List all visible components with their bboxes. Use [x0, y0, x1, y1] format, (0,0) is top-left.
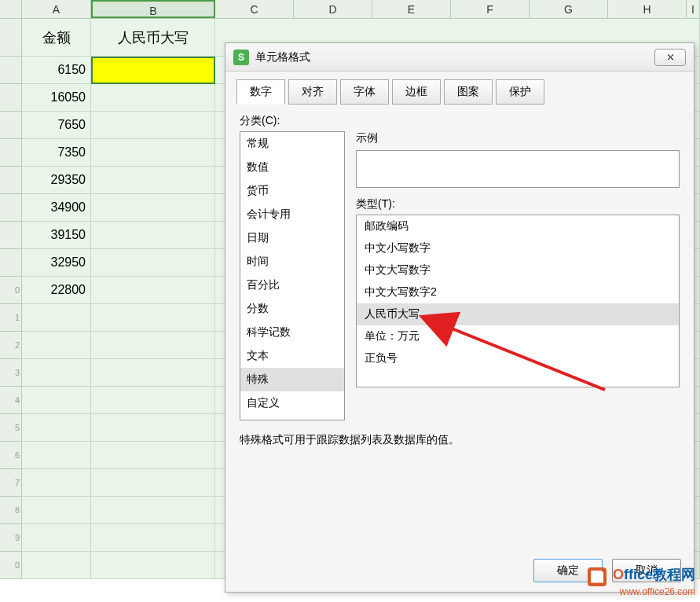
tab-protect[interactable]: 保护	[496, 79, 544, 105]
close-button[interactable]: ⤬	[654, 49, 686, 66]
type-item[interactable]: 中文大写数字	[357, 259, 679, 281]
example-label: 示例	[356, 131, 680, 145]
col-header-C[interactable]: C	[215, 0, 294, 18]
cell-B2-selected[interactable]	[91, 57, 215, 84]
type-item[interactable]: 中文大写数字2	[357, 281, 679, 303]
category-label: 分类(C):	[240, 114, 680, 128]
category-item[interactable]: 文本	[240, 344, 344, 368]
close-icon: ⤬	[666, 51, 675, 63]
dialog-titlebar[interactable]: S 单元格格式 ⤬	[225, 43, 694, 72]
category-item[interactable]: 日期	[240, 226, 344, 250]
type-label: 类型(T):	[356, 197, 680, 211]
category-item[interactable]: 科学记数	[240, 321, 344, 344]
category-item[interactable]: 数值	[240, 156, 344, 179]
category-item[interactable]: 时间	[240, 250, 344, 273]
category-item-special[interactable]: 特殊	[240, 368, 344, 391]
cell-B1[interactable]: 人民币大写	[91, 19, 215, 57]
col-header-B[interactable]: B	[91, 0, 215, 18]
tab-number[interactable]: 数字	[236, 79, 285, 105]
col-header-D[interactable]: D	[294, 0, 372, 18]
type-item[interactable]: 正负号	[357, 347, 679, 369]
format-description: 特殊格式可用于跟踪数据列表及数据库的值。	[240, 433, 680, 447]
col-header-I[interactable]: I	[687, 0, 700, 18]
tab-align[interactable]: 对齐	[288, 79, 337, 105]
category-item[interactable]: 百分比	[240, 273, 344, 297]
col-header-E[interactable]: E	[372, 0, 451, 18]
row-header[interactable]	[0, 57, 22, 84]
cell-A1[interactable]: 金额	[22, 19, 91, 57]
tab-font[interactable]: 字体	[340, 79, 389, 105]
cell-A2[interactable]: 6150	[22, 57, 91, 84]
watermark: Office教程网 www.office26.com	[588, 567, 695, 597]
col-header-A[interactable]: A	[22, 0, 91, 18]
example-box	[356, 150, 680, 188]
tab-border[interactable]: 边框	[392, 79, 441, 105]
type-item[interactable]: 单位：万元	[357, 325, 679, 347]
column-headers: A B C D E F G H I	[0, 0, 700, 19]
col-header-H[interactable]: H	[608, 0, 687, 18]
type-item[interactable]: 邮政编码	[357, 215, 679, 237]
app-icon: S	[233, 50, 249, 65]
dialog-body: 分类(C): 常规 数值 货币 会计专用 日期 时间 百分比 分数 科学记数 文…	[225, 105, 694, 453]
category-item[interactable]: 分数	[240, 297, 344, 321]
tab-pattern[interactable]: 图案	[444, 79, 493, 105]
col-header-G[interactable]: G	[530, 0, 608, 18]
corner-cell[interactable]	[0, 0, 22, 18]
type-item[interactable]: 中文小写数字	[357, 237, 679, 259]
category-item[interactable]: 会计专用	[240, 203, 344, 226]
col-header-F[interactable]: F	[451, 0, 530, 18]
category-item[interactable]: 常规	[240, 132, 344, 156]
type-item-rmb[interactable]: 人民币大写	[357, 303, 679, 325]
category-item[interactable]: 货币	[240, 179, 344, 203]
dialog-tabs: 数字 对齐 字体 边框 图案 保护	[225, 72, 694, 105]
type-list[interactable]: 邮政编码 中文小写数字 中文大写数字 中文大写数字2 人民币大写 单位：万元 正…	[356, 215, 680, 387]
dialog-title: 单元格格式	[255, 50, 654, 64]
watermark-url: www.office26.com	[588, 586, 695, 597]
category-item[interactable]: 自定义	[240, 391, 344, 415]
office-logo-icon	[588, 567, 607, 586]
cell-format-dialog: S 单元格格式 ⤬ 数字 对齐 字体 边框 图案 保护 分类(C): 常规 数值…	[225, 42, 695, 593]
category-list[interactable]: 常规 数值 货币 会计专用 日期 时间 百分比 分数 科学记数 文本 特殊 自定…	[240, 131, 345, 420]
row-header[interactable]	[0, 19, 22, 57]
